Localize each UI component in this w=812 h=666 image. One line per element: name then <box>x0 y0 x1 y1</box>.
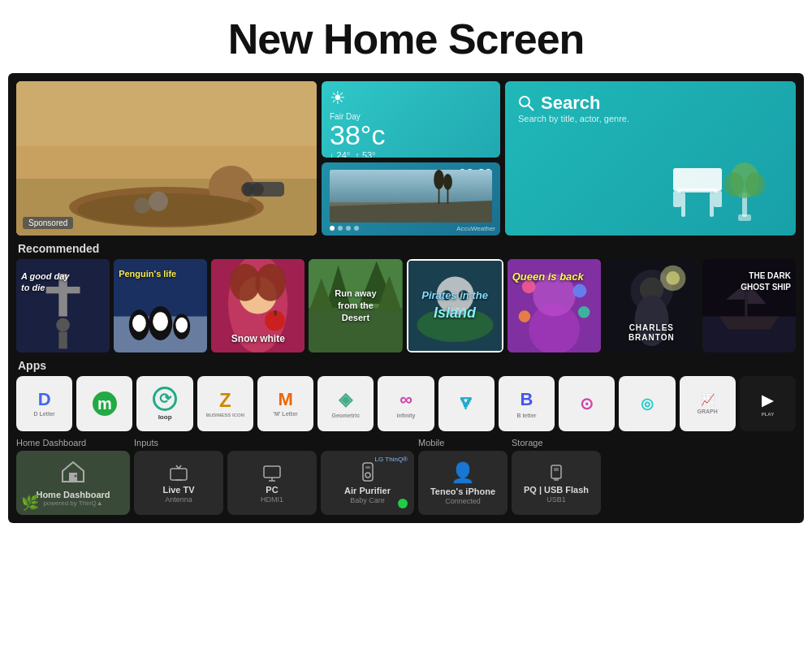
rec-card-7[interactable]: CHARLES BRANTON <box>605 259 698 352</box>
home-dashboard-card[interactable]: Home Dashboard powered by ThinQ▲ 🌿 <box>16 451 130 515</box>
rec-card-1[interactable]: A good dayto die <box>16 259 110 352</box>
v-icon: ⛛ <box>457 393 475 414</box>
usb-icon <box>546 463 566 482</box>
loop-icon: ⟳ <box>153 387 177 411</box>
app-v[interactable]: ⛛ <box>438 376 495 431</box>
svg-point-39 <box>132 314 146 331</box>
svg-rect-91 <box>264 466 280 478</box>
hero-row: Sponsored ☀ Fair Day 38°c ↓ 24° ↑ 53° PM… <box>16 81 796 236</box>
svg-point-96 <box>365 473 370 478</box>
iphone-avatar: 👤 <box>451 461 475 484</box>
rec-card-5[interactable]: Pirates in theIsland <box>407 259 503 352</box>
app-business-label: BUSINESS ICON <box>206 413 244 417</box>
mobile-label: Mobile <box>418 438 508 448</box>
usb-title: PQ | USB Flash <box>524 485 589 495</box>
svg-point-43 <box>176 318 188 333</box>
app-infinity[interactable]: ∞ infinity <box>378 376 434 431</box>
search-header: Search <box>518 93 783 114</box>
m-icon: m <box>93 391 117 416</box>
svg-point-67 <box>529 304 580 352</box>
thinq-label: powered by ThinQ▲ <box>43 500 102 507</box>
pc-sub: HDMI1 <box>261 495 283 504</box>
app-m-letter[interactable]: M 'M' Letter <box>257 376 313 431</box>
home-dashboard-title: Home Dashboard <box>36 490 110 500</box>
rec-card-6[interactable]: Queen is back <box>508 259 601 352</box>
svg-point-10 <box>134 197 150 214</box>
svg-point-15 <box>434 170 444 189</box>
app-rings[interactable]: ◎ <box>619 376 675 431</box>
live-tv-icon <box>169 463 188 482</box>
infinity-icon: ∞ <box>400 389 412 410</box>
svg-rect-50 <box>274 310 277 315</box>
svg-rect-22 <box>710 192 714 217</box>
air-purifier-sub: Baby Care <box>350 496 385 504</box>
recommended-row: A good dayto die Penguin's life <box>16 259 796 352</box>
svg-point-18 <box>520 97 529 106</box>
rec-label-8: THE DARKGHOST SHIP <box>702 266 796 298</box>
home-icon <box>61 460 85 484</box>
dashboard-row: Home Dashboard Home Dashboard powered by… <box>16 438 796 515</box>
power-indicator <box>398 499 408 508</box>
pc-icon <box>262 463 282 482</box>
live-tv-card[interactable]: Live TV Antenna <box>134 451 223 515</box>
plant-decoration: 🌿 <box>21 494 39 512</box>
play-icon: ▶ <box>762 391 773 409</box>
app-b-letter-label: B letter <box>516 413 536 418</box>
pc-card[interactable]: PC HDMI1 <box>227 451 317 515</box>
svg-point-7 <box>251 183 264 196</box>
svg-rect-95 <box>365 466 370 469</box>
iphone-card[interactable]: 👤 Teneo's iPhone Connected <box>418 451 508 515</box>
geometric-icon: ◈ <box>339 389 352 410</box>
search-card[interactable]: Search Search by title, actor, genre. <box>505 81 796 236</box>
clock-card[interactable]: PM 06:30 <box>322 162 500 236</box>
app-graph[interactable]: 📈 GRAPH <box>680 376 736 431</box>
inputs-label: Inputs <box>134 438 223 448</box>
app-geometric[interactable]: ◈ Geometric <box>317 376 374 431</box>
svg-rect-97 <box>551 465 561 478</box>
rec-card-3[interactable]: Snow white <box>211 259 304 352</box>
rec-label-2: Penguin's life <box>114 264 207 284</box>
rec-card-2[interactable]: Penguin's life <box>114 259 207 352</box>
app-business[interactable]: Z BUSINESS ICON <box>197 376 253 431</box>
app-play[interactable]: ▶ PLAY <box>740 376 796 431</box>
svg-rect-24 <box>673 191 681 207</box>
weather-range: ↓ 24° ↑ 53° <box>330 150 492 158</box>
app-b-letter[interactable]: B B letter <box>499 376 555 431</box>
rec-card-8[interactable]: THE DARKGHOST SHIP <box>702 259 796 352</box>
rec-card-4[interactable]: Run awayfrom theDesert <box>309 259 402 352</box>
svg-point-28 <box>724 172 744 197</box>
pc-section: . PC HDMI1 <box>227 438 317 515</box>
apps-section-label: Apps <box>18 359 794 372</box>
mobile-section: Mobile 👤 Teneo's iPhone Connected <box>418 438 508 515</box>
usb-card[interactable]: PQ | USB Flash USB1 <box>512 451 601 515</box>
svg-rect-30 <box>738 214 751 221</box>
svg-marker-80 <box>719 317 779 330</box>
app-loop[interactable]: ⟳ loop <box>136 376 192 431</box>
app-m[interactable]: m <box>76 376 132 431</box>
app-d-letter[interactable]: D D Letter <box>16 376 72 431</box>
business-icon: Z <box>219 391 231 410</box>
svg-point-9 <box>149 192 168 211</box>
svg-point-29 <box>745 172 765 197</box>
storage-label: Storage <box>512 438 601 448</box>
weather-card[interactable]: ☀ Fair Day 38°c ↓ 24° ↑ 53° <box>322 81 500 158</box>
graph-icon: 📈 <box>701 393 715 406</box>
rec-label-6: Queen is back <box>508 266 601 288</box>
hero-middle: ☀ Fair Day 38°c ↓ 24° ↑ 53° PM 06:30 <box>322 81 500 236</box>
rec-label-4: Run awayfrom theDesert <box>309 283 402 327</box>
circle-icon: ⊙ <box>580 394 594 413</box>
air-purifier-title: Air Purifier <box>344 486 391 495</box>
live-tv-title: Live TV <box>162 485 194 495</box>
svg-point-86 <box>75 474 77 477</box>
app-circle[interactable]: ⊙ <box>559 376 615 431</box>
weather-condition: Fair Day <box>330 112 492 121</box>
air-purifier-card[interactable]: LG ThinQ® Air Purifier Baby Care <box>321 451 414 515</box>
sponsored-badge: Sponsored <box>23 217 73 229</box>
inputs-section: Inputs Live TV Antenna <box>134 438 223 515</box>
d-letter-icon: D <box>38 391 51 409</box>
iphone-sub: Connected <box>445 497 481 505</box>
search-illustration <box>653 148 783 221</box>
hero-main[interactable]: Sponsored <box>16 81 317 236</box>
accu-weather-label: AccuWeather <box>456 225 495 232</box>
air-purifier-icon <box>360 462 376 483</box>
